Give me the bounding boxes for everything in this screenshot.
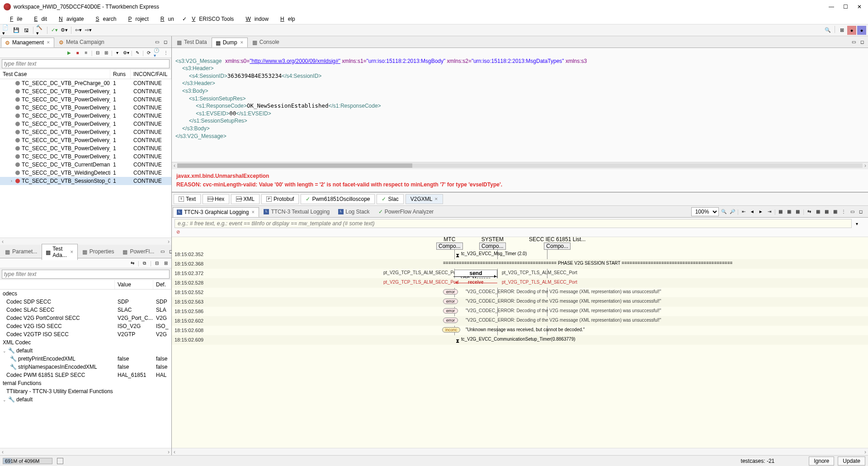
codec-row[interactable]: Codec PWM 61851 SLEP SECCHAL_61851HAL bbox=[0, 371, 171, 379]
menu-run[interactable]: Run bbox=[153, 15, 178, 23]
maximize-button[interactable]: ☐ bbox=[843, 4, 848, 10]
test-row[interactable]: TC_SECC_DC_VTB_PowerDelivery_01CONTINUE bbox=[0, 112, 171, 120]
tab-properties[interactable]: ▦Properties bbox=[78, 247, 118, 257]
refresh-icon[interactable]: ⟳ bbox=[145, 49, 152, 57]
nav-prev-icon[interactable]: ◄ bbox=[749, 208, 756, 215]
search-dropdown-icon[interactable]: ▾ bbox=[853, 220, 860, 228]
test-row[interactable]: TC_SECC_DC_VTB_PreCharge_0011CONTINUE bbox=[0, 79, 171, 87]
menu-verisco-tools[interactable]: ✓ VERISCO Tools bbox=[179, 15, 238, 23]
menu-icon[interactable]: ⋮ bbox=[840, 208, 847, 215]
menu-help[interactable]: Help bbox=[273, 15, 299, 23]
log-row[interactable]: 18:15:02.602error"V2G_CODEC_ERROR: Decod… bbox=[172, 316, 868, 326]
forward-icon[interactable]: ⇨▾ bbox=[84, 26, 93, 35]
menu-navigate[interactable]: Navigate bbox=[52, 15, 87, 23]
format-tab-xml[interactable]: xmlXML bbox=[231, 194, 259, 204]
tab-test-data[interactable]: ▦Test Data bbox=[173, 37, 211, 47]
filter-icon[interactable]: ▾ bbox=[114, 49, 121, 57]
check-icon[interactable]: ✓▾ bbox=[50, 26, 59, 35]
tab-paramet[interactable]: ▦Paramet... bbox=[1, 247, 41, 257]
new-icon[interactable]: 📄▾ bbox=[2, 26, 11, 35]
link-icon[interactable]: ⇆ bbox=[129, 260, 136, 267]
codec-row[interactable]: TTlibrary - TTCN-3 Utility External Func… bbox=[0, 387, 171, 395]
codec-row[interactable]: 🔧stripNamespacesInEncodedXMLfalsefalse bbox=[0, 363, 171, 371]
ignore-button[interactable]: Ignore bbox=[809, 456, 834, 466]
stop-icon[interactable]: ■ bbox=[74, 49, 81, 57]
test-row[interactable]: ›TC_SECC_DC_VTB_SessionStop_0021CONTINUE bbox=[0, 177, 171, 185]
codec-table[interactable]: Value Def. odecsCodec SDP SECCSDPSDPCode… bbox=[0, 280, 171, 448]
tool-4-icon[interactable]: ⇆ bbox=[806, 208, 813, 215]
col-inconc[interactable]: INCONC/FAIL bbox=[131, 70, 171, 79]
format-tab-hex[interactable]: 010Hex bbox=[203, 194, 229, 204]
cog-icon[interactable]: ⚙▾ bbox=[60, 26, 69, 35]
test-row[interactable]: TC_SECC_DC_VTB_CurrentDemand1CONTINUE bbox=[0, 161, 171, 169]
zoom-out-icon[interactable]: 🔎 bbox=[729, 208, 736, 215]
edit-icon[interactable]: ✎ bbox=[134, 49, 141, 57]
codec-row[interactable]: Codec V2G PortControl SECCV2G_Port_C...V… bbox=[0, 314, 171, 322]
tab-powerflow-analyzer[interactable]: ✓PowerFlow Analyzer bbox=[374, 207, 438, 217]
build-icon[interactable]: 🔨▾ bbox=[36, 26, 45, 35]
tab-powerfl[interactable]: ▦PowerFl... bbox=[118, 247, 158, 257]
tab-meta-campaign[interactable]: ⚙ Meta Campaign bbox=[55, 37, 108, 47]
tool-1-icon[interactable]: ▦ bbox=[777, 208, 784, 215]
codec-filter-input[interactable] bbox=[2, 270, 170, 279]
tab-console[interactable]: ▦Console bbox=[248, 37, 283, 47]
codec-row[interactable]: ⌄🔧default bbox=[0, 395, 171, 404]
log-search-input[interactable] bbox=[175, 219, 852, 228]
tab-dump[interactable]: ▦Dump✕ bbox=[212, 38, 248, 48]
graph-hscrollbar[interactable]: ‹› bbox=[172, 448, 868, 455]
memory-bar[interactable]: 691M of 4096M bbox=[3, 458, 52, 464]
test-row[interactable]: TC_SECC_DC_VTB_WeldingDetectic1CONTINUE bbox=[0, 169, 171, 177]
copy-icon[interactable]: ⧉ bbox=[141, 260, 148, 267]
codec-row[interactable]: XML Codec bbox=[0, 338, 171, 347]
component-header[interactable]: SECC IEC 61851 List...Compo... bbox=[529, 237, 585, 250]
log-row[interactable]: 18:15:02.528pt_V2G_TCP_TLS_ALM_SECC_Port… bbox=[172, 278, 868, 288]
perspective-1-icon[interactable]: ● bbox=[847, 26, 856, 35]
expand-all-icon[interactable]: ⊞ bbox=[162, 260, 170, 267]
save-icon[interactable]: 💾 bbox=[12, 26, 21, 35]
test-row[interactable]: TC_SECC_DC_VTB_PowerDelivery_01CONTINUE bbox=[0, 144, 171, 152]
dump-xml-content[interactable]: <s3:V2G_Message xmlns:s0="http://www.w3.… bbox=[172, 48, 868, 162]
tab-testada[interactable]: ▦Test Ada...✕ bbox=[42, 244, 77, 260]
pause-icon[interactable]: ≡ bbox=[83, 49, 90, 57]
nav-next-icon[interactable]: ► bbox=[757, 208, 764, 215]
col-testcase[interactable]: Test Case bbox=[0, 70, 110, 79]
minimize-button[interactable]: — bbox=[829, 4, 834, 10]
log-row[interactable]: 18:15:02.352⧗tc_V2G_EVCC_Msg_Timer (2.0) bbox=[172, 250, 868, 259]
codec-row[interactable]: ternal Functions bbox=[0, 379, 171, 387]
format-tab-v2gxml[interactable]: V2GXML ✕ bbox=[406, 194, 443, 204]
search-icon[interactable]: 🔍 bbox=[823, 26, 832, 35]
tool-5-icon[interactable]: ▦ bbox=[814, 208, 821, 215]
test-row[interactable]: TC_SECC_DC_VTB_PowerDelivery_01CONTINUE bbox=[0, 128, 171, 136]
nav-first-icon[interactable]: ⇤ bbox=[740, 208, 747, 215]
max-icon[interactable]: ◻ bbox=[857, 208, 864, 215]
tool-3-icon[interactable]: ▦ bbox=[794, 208, 802, 215]
test-row[interactable]: TC_SECC_DC_VTB_PowerDelivery_01CONTINUE bbox=[0, 95, 171, 104]
menu-icon[interactable]: ⋮ bbox=[162, 49, 170, 57]
close-button[interactable]: ✕ bbox=[857, 4, 862, 10]
codec-scrollbar[interactable]: ‹› bbox=[0, 448, 171, 455]
min-icon[interactable]: ▭ bbox=[849, 208, 856, 215]
tool-7-icon[interactable]: ▦ bbox=[831, 208, 839, 215]
trash-icon[interactable] bbox=[57, 458, 63, 464]
menu-file[interactable]: File bbox=[3, 15, 26, 23]
zoom-in-icon[interactable]: 🔍 bbox=[720, 208, 727, 215]
col-name[interactable] bbox=[0, 280, 115, 289]
menu-search[interactable]: Search bbox=[88, 15, 120, 23]
log-row[interactable]: 18:15:02.372pt_V2G_TCP_TLS_ALM_SECC_Port… bbox=[172, 269, 868, 278]
codec-row[interactable]: Codec SDP SECCSDPSDP bbox=[0, 298, 171, 306]
perspective-open-icon[interactable]: ⊞ bbox=[837, 26, 846, 35]
col-runs[interactable]: Runs bbox=[110, 70, 131, 79]
log-row[interactable]: 18:15:02.552error"V2G_CODEC_ERROR: Decod… bbox=[172, 288, 868, 297]
test-row[interactable]: TC_SECC_DC_VTB_PowerDelivery_01CONTINUE bbox=[0, 104, 171, 112]
min-icon[interactable]: ▭ bbox=[159, 248, 166, 255]
test-row[interactable]: TC_SECC_DC_VTB_PowerDelivery_01CONTINUE bbox=[0, 87, 171, 95]
save-all-icon[interactable]: 🖫 bbox=[22, 26, 31, 35]
tab-ttcn-3-textual-logging[interactable]: LTTCN-3 Textual Logging bbox=[259, 207, 334, 217]
format-tab-text[interactable]: TText bbox=[174, 194, 201, 204]
maximize-view-icon[interactable]: ◻ bbox=[162, 38, 169, 46]
graphical-log[interactable]: MTCCompo...SYSTEMCompo...SECC IEC 61851 … bbox=[172, 237, 868, 448]
log-row[interactable]: 18:15:02.586error"V2G_CODEC_ERROR: Decod… bbox=[172, 307, 868, 316]
tab-log-stack[interactable]: LLog Stack bbox=[334, 207, 373, 217]
log-row[interactable]: 18:15:02.563error"V2G_CODEC_ERROR: Decod… bbox=[172, 297, 868, 307]
codec-row[interactable]: Codec SLAC SECCSLACSLA bbox=[0, 306, 171, 314]
